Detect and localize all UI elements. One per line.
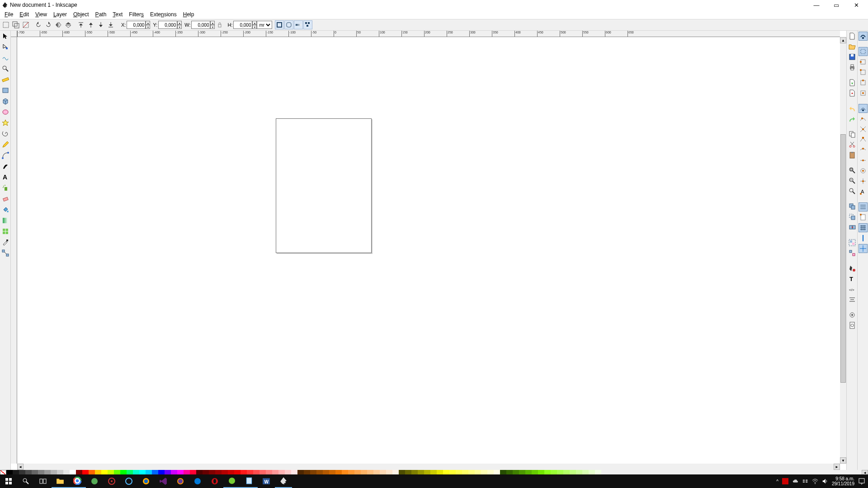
- menu-edit[interactable]: Edit: [17, 11, 32, 18]
- unit-select[interactable]: mm: [257, 21, 272, 29]
- x-spinner[interactable]: ▲▼: [146, 21, 150, 29]
- rotate-ccw-button[interactable]: [34, 20, 43, 29]
- menu-view[interactable]: View: [33, 11, 50, 18]
- x-input[interactable]: [127, 21, 146, 29]
- svg-rect-14: [296, 24, 301, 26]
- rotate-cw-button[interactable]: [44, 20, 53, 29]
- select-all-button[interactable]: [1, 20, 10, 29]
- h-input[interactable]: [233, 21, 252, 29]
- deselect-button[interactable]: [21, 20, 30, 29]
- affect-pattern-button[interactable]: [303, 20, 312, 29]
- menu-layer[interactable]: Layer: [51, 11, 70, 18]
- svg-rect-13: [287, 23, 291, 27]
- y-spinner[interactable]: ▲▼: [177, 21, 182, 29]
- svg-rect-12: [277, 23, 282, 27]
- options-toolbar: X: ▲▼ Y: ▲▼ W: ▲▼ H: ▲▼ mm: [0, 19, 868, 31]
- affect-corners-button[interactable]: [284, 20, 293, 29]
- maximize-button[interactable]: ▭: [826, 0, 846, 10]
- affect-stroke-button[interactable]: [275, 20, 284, 29]
- minimize-button[interactable]: —: [807, 0, 826, 10]
- svg-rect-11: [218, 24, 221, 27]
- lock-aspect-button[interactable]: [215, 20, 224, 29]
- window-title: New document 1 - Inkscape: [10, 2, 77, 8]
- flip-v-button[interactable]: [64, 20, 73, 29]
- menu-object[interactable]: Object: [71, 11, 92, 18]
- raise-top-button[interactable]: [76, 20, 85, 29]
- lower-button[interactable]: [96, 20, 105, 29]
- y-label: Y:: [153, 22, 157, 28]
- menu-text[interactable]: Text: [110, 11, 125, 18]
- select-all-layers-button[interactable]: [11, 20, 20, 29]
- h-label: H:: [227, 22, 232, 28]
- titlebar: New document 1 - Inkscape — ▭ ✕: [0, 0, 868, 10]
- svg-rect-17: [307, 25, 308, 27]
- menu-extensions[interactable]: Extensions: [147, 11, 179, 18]
- w-input[interactable]: [191, 21, 210, 29]
- w-spinner[interactable]: ▲▼: [210, 21, 215, 29]
- x-label: X:: [121, 22, 126, 28]
- menubar: File Edit View Layer Object Path Text Fi…: [0, 10, 868, 19]
- lower-bottom-button[interactable]: [106, 20, 115, 29]
- close-button[interactable]: ✕: [846, 0, 866, 10]
- svg-line-4: [23, 22, 28, 28]
- svg-rect-15: [305, 22, 307, 24]
- menu-file[interactable]: File: [2, 11, 16, 18]
- w-label: W:: [184, 22, 190, 28]
- menu-filters[interactable]: Filters: [126, 11, 146, 18]
- y-input[interactable]: [158, 21, 177, 29]
- svg-rect-2: [14, 23, 19, 28]
- menu-path[interactable]: Path: [93, 11, 109, 18]
- affect-gradient-button[interactable]: [294, 20, 303, 29]
- menu-help[interactable]: Help: [180, 11, 197, 18]
- svg-rect-16: [308, 22, 310, 24]
- raise-button[interactable]: [86, 20, 95, 29]
- h-spinner[interactable]: ▲▼: [252, 21, 257, 29]
- inkscape-icon: [2, 2, 8, 8]
- svg-rect-1: [13, 22, 17, 26]
- svg-rect-0: [3, 22, 9, 28]
- flip-h-button[interactable]: [54, 20, 63, 29]
